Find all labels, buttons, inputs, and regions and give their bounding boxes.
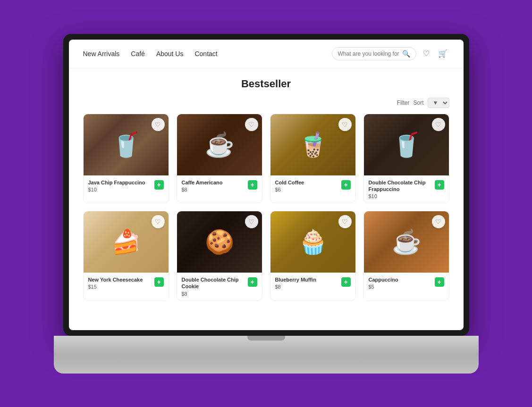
wishlist-btn-cheesecake[interactable]: ♡ — [152, 215, 165, 228]
product-text-cold-coffee: Cold Coffee $6 — [275, 179, 341, 192]
product-name-java-chip: Java Chip Frappuccino — [88, 179, 154, 186]
wishlist-btn-cookie[interactable]: ♡ — [245, 215, 258, 228]
search-input[interactable] — [338, 50, 399, 57]
product-price-cold-coffee: $6 — [275, 187, 341, 192]
product-text-double-choc-frapp: Double Chocolate Chip Frappuccino $10 — [369, 179, 435, 199]
product-price-cappuccino: $5 — [369, 284, 435, 290]
add-to-cart-btn-cold-coffee[interactable]: + — [341, 180, 351, 190]
navigation: New Arrivals Café About Us Contact 🔍 ♡ 🛒 — [69, 40, 464, 68]
product-card-cookie[interactable]: ♡ Double Chocolate Chip Cookie $8 + — [177, 211, 262, 301]
cart-icon-btn[interactable]: 🛒 — [436, 47, 449, 60]
add-to-cart-btn-cookie[interactable]: + — [248, 277, 257, 287]
product-price-cheesecake: $15 — [88, 284, 154, 290]
laptop-screen: New Arrivals Café About Us Contact 🔍 ♡ 🛒… — [69, 40, 464, 330]
product-price-java-chip: $10 — [88, 187, 154, 192]
product-image-cappuccino: ♡ — [364, 211, 449, 273]
search-icon[interactable]: 🔍 — [402, 50, 410, 58]
filter-label[interactable]: Filter — [397, 100, 410, 106]
product-price-double-choc-frapp: $10 — [369, 193, 435, 199]
product-info-cappuccino: Cappuccino $5 + — [364, 273, 449, 293]
main-content: Bestseller Filter Sort ▼ ♡ Java Chip Fra… — [69, 68, 464, 330]
add-to-cart-btn-double-choc-frapp[interactable]: + — [435, 180, 444, 190]
add-to-cart-btn-cappuccino[interactable]: + — [435, 277, 444, 287]
product-image-java-chip: ♡ — [84, 114, 169, 175]
add-to-cart-btn-muffin[interactable]: + — [341, 277, 351, 287]
product-info-cold-coffee: Cold Coffee $6 + — [270, 175, 355, 196]
product-image-cheesecake: ♡ — [84, 211, 169, 273]
product-card-cappuccino[interactable]: ♡ Cappuccino $5 + — [363, 211, 449, 301]
product-card-cheesecake[interactable]: ♡ New York Cheesecake $15 + — [83, 211, 169, 301]
filter-sort-row: Filter Sort ▼ — [83, 98, 449, 108]
nav-cafe[interactable]: Café — [131, 50, 145, 58]
product-image-cookie: ♡ — [177, 211, 262, 273]
product-info-muffin: Blueberry Muffin $8 + — [270, 273, 355, 293]
product-grid: ♡ Java Chip Frappuccino $10 + ♡ Caffe Am… — [83, 114, 449, 301]
wishlist-btn-cold-coffee[interactable]: ♡ — [338, 118, 352, 131]
wishlist-btn-cappuccino[interactable]: ♡ — [432, 215, 445, 228]
wishlist-icon-btn[interactable]: ♡ — [421, 47, 431, 60]
product-image-muffin: ♡ — [270, 211, 355, 273]
sort-select[interactable]: ▼ — [428, 98, 449, 108]
product-price-muffin: $8 — [275, 284, 341, 290]
sort-label[interactable]: Sort — [413, 100, 423, 106]
wishlist-btn-muffin[interactable]: ♡ — [338, 215, 352, 228]
product-image-double-choc-frapp: ♡ — [364, 114, 449, 175]
product-info-double-choc-frapp: Double Chocolate Chip Frappuccino $10 + — [364, 175, 449, 203]
product-image-cold-coffee: ♡ — [270, 114, 355, 175]
product-price-cookie: $8 — [182, 291, 248, 297]
product-name-double-choc-frapp: Double Chocolate Chip Frappuccino — [369, 179, 435, 193]
product-name-cookie: Double Chocolate Chip Cookie — [182, 276, 248, 290]
nav-about-us[interactable]: About Us — [156, 50, 184, 58]
product-card-americano[interactable]: ♡ Caffe Americano $8 + — [177, 114, 262, 204]
product-price-americano: $8 — [182, 187, 248, 192]
nav-right: 🔍 ♡ 🛒 — [332, 47, 449, 60]
nav-new-arrivals[interactable]: New Arrivals — [83, 50, 120, 58]
wishlist-btn-double-choc-frapp[interactable]: ♡ — [432, 118, 445, 131]
product-info-cheesecake: New York Cheesecake $15 + — [84, 273, 169, 293]
product-text-cookie: Double Chocolate Chip Cookie $8 — [182, 276, 248, 297]
laptop-wrapper: New Arrivals Café About Us Contact 🔍 ♡ 🛒… — [54, 34, 479, 374]
product-card-muffin[interactable]: ♡ Blueberry Muffin $8 + — [270, 211, 356, 301]
wishlist-btn-java-chip[interactable]: ♡ — [152, 118, 165, 131]
product-info-cookie: Double Chocolate Chip Cookie $8 + — [177, 273, 262, 300]
product-info-java-chip: Java Chip Frappuccino $10 + — [84, 175, 169, 196]
product-name-americano: Caffe Americano — [182, 179, 248, 186]
product-name-muffin: Blueberry Muffin — [275, 276, 341, 283]
product-text-cheesecake: New York Cheesecake $15 — [88, 276, 154, 290]
product-name-cheesecake: New York Cheesecake — [88, 276, 154, 283]
product-text-muffin: Blueberry Muffin $8 — [275, 276, 341, 290]
product-name-cold-coffee: Cold Coffee — [275, 179, 341, 186]
product-image-americano: ♡ — [177, 114, 262, 175]
add-to-cart-btn-americano[interactable]: + — [248, 180, 257, 190]
product-text-cappuccino: Cappuccino $5 — [369, 276, 435, 290]
product-info-americano: Caffe Americano $8 + — [177, 175, 262, 196]
laptop-bezel: New Arrivals Café About Us Contact 🔍 ♡ 🛒… — [63, 34, 469, 336]
product-name-cappuccino: Cappuccino — [369, 276, 435, 283]
product-card-java-chip[interactable]: ♡ Java Chip Frappuccino $10 + — [83, 114, 169, 204]
product-text-java-chip: Java Chip Frappuccino $10 — [88, 179, 154, 192]
page-title: Bestseller — [83, 78, 449, 90]
wishlist-btn-americano[interactable]: ♡ — [245, 118, 258, 131]
nav-links: New Arrivals Café About Us Contact — [83, 50, 321, 58]
add-to-cart-btn-cheesecake[interactable]: + — [154, 277, 164, 287]
laptop-base — [54, 336, 479, 374]
product-text-americano: Caffe Americano $8 — [182, 179, 248, 192]
product-card-double-choc-frapp[interactable]: ♡ Double Chocolate Chip Frappuccino $10 … — [363, 114, 449, 204]
search-box: 🔍 — [332, 47, 416, 60]
nav-contact[interactable]: Contact — [194, 50, 217, 58]
product-card-cold-coffee[interactable]: ♡ Cold Coffee $6 + — [270, 114, 356, 204]
add-to-cart-btn-java-chip[interactable]: + — [154, 180, 164, 190]
